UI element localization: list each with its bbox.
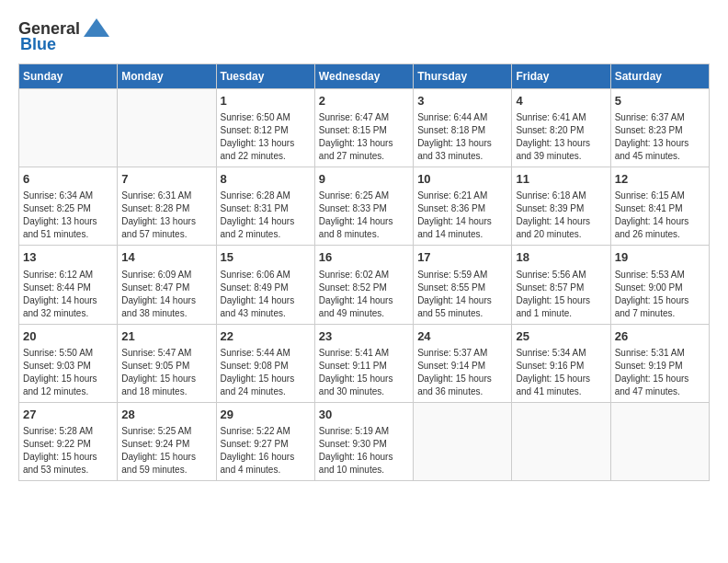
day-number: 9 (319, 171, 409, 188)
day-info: Sunrise: 6:44 AMSunset: 8:18 PMDaylight:… (417, 111, 507, 163)
calendar-day-cell: 25Sunrise: 5:34 AMSunset: 9:16 PMDayligh… (512, 324, 610, 402)
sunset-text: Sunset: 8:55 PM (417, 282, 485, 293)
daylight-text: Daylight: 13 hours and 45 minutes. (615, 138, 689, 161)
day-info: Sunrise: 6:41 AMSunset: 8:20 PMDaylight:… (516, 111, 606, 163)
daylight-text: Daylight: 15 hours and 18 minutes. (121, 373, 196, 396)
sunset-text: Sunset: 8:44 PM (23, 282, 91, 293)
sunrise-text: Sunrise: 5:44 AM (221, 348, 290, 358)
daylight-text: Daylight: 14 hours and 32 minutes. (23, 295, 97, 318)
day-number: 24 (417, 328, 507, 345)
daylight-text: Daylight: 13 hours and 33 minutes. (417, 138, 492, 161)
sunset-text: Sunset: 8:25 PM (23, 203, 91, 213)
day-info: Sunrise: 5:44 AMSunset: 9:08 PMDaylight:… (221, 347, 311, 398)
daylight-text: Daylight: 15 hours and 41 minutes. (516, 373, 590, 396)
sunrise-text: Sunrise: 6:41 AM (516, 112, 586, 122)
day-info: Sunrise: 6:37 AMSunset: 8:23 PMDaylight:… (615, 111, 705, 163)
sunset-text: Sunset: 9:03 PM (23, 361, 91, 371)
day-info: Sunrise: 5:56 AMSunset: 8:57 PMDaylight:… (516, 269, 606, 320)
day-number: 10 (417, 171, 507, 188)
day-number: 21 (121, 328, 211, 345)
day-number: 29 (221, 407, 311, 423)
day-number: 26 (615, 328, 705, 345)
day-number: 18 (516, 249, 606, 266)
calendar-day-cell (610, 402, 709, 480)
day-info: Sunrise: 5:47 AMSunset: 9:05 PMDaylight:… (121, 347, 211, 398)
daylight-text: Daylight: 14 hours and 2 minutes. (221, 216, 295, 239)
day-info: Sunrise: 6:28 AMSunset: 8:31 PMDaylight:… (221, 190, 311, 241)
calendar-day-cell: 17Sunrise: 5:59 AMSunset: 8:55 PMDayligh… (414, 246, 512, 324)
sunset-text: Sunset: 8:12 PM (221, 125, 289, 135)
daylight-text: Daylight: 15 hours and 12 minutes. (23, 373, 97, 396)
calendar-header-row: SundayMondayTuesdayWednesdayThursdayFrid… (19, 64, 710, 89)
calendar-header-friday: Friday (512, 64, 610, 89)
daylight-text: Daylight: 14 hours and 55 minutes. (417, 295, 492, 318)
calendar-day-cell: 13Sunrise: 6:12 AMSunset: 8:44 PMDayligh… (19, 246, 118, 324)
sunrise-text: Sunrise: 5:47 AM (121, 348, 191, 358)
sunset-text: Sunset: 8:57 PM (516, 282, 584, 293)
calendar-week-row: 1Sunrise: 6:50 AMSunset: 8:12 PMDaylight… (19, 89, 710, 167)
sunrise-text: Sunrise: 6:18 AM (516, 190, 586, 201)
daylight-text: Daylight: 13 hours and 22 minutes. (221, 138, 295, 161)
daylight-text: Daylight: 15 hours and 24 minutes. (221, 373, 295, 396)
calendar-day-cell (19, 89, 118, 167)
day-info: Sunrise: 6:12 AMSunset: 8:44 PMDaylight:… (23, 269, 113, 320)
calendar-table: SundayMondayTuesdayWednesdayThursdayFrid… (18, 63, 710, 481)
sunset-text: Sunset: 8:23 PM (615, 125, 683, 135)
sunrise-text: Sunrise: 5:41 AM (319, 348, 389, 358)
sunset-text: Sunset: 8:47 PM (121, 282, 189, 293)
daylight-text: Daylight: 15 hours and 1 minute. (516, 295, 590, 318)
sunrise-text: Sunrise: 5:22 AM (221, 426, 290, 436)
calendar-day-cell: 6Sunrise: 6:34 AMSunset: 8:25 PMDaylight… (19, 167, 118, 246)
day-number: 16 (319, 249, 409, 266)
sunset-text: Sunset: 8:31 PM (221, 203, 289, 213)
day-number: 28 (121, 407, 211, 423)
sunrise-text: Sunrise: 6:15 AM (615, 190, 685, 201)
sunset-text: Sunset: 8:33 PM (319, 203, 387, 213)
day-number: 14 (121, 249, 211, 266)
day-number: 23 (319, 328, 409, 345)
day-number: 4 (516, 93, 606, 109)
daylight-text: Daylight: 14 hours and 38 minutes. (121, 295, 196, 318)
calendar-day-cell: 12Sunrise: 6:15 AMSunset: 8:41 PMDayligh… (610, 167, 709, 246)
calendar-day-cell: 11Sunrise: 6:18 AMSunset: 8:39 PMDayligh… (512, 167, 610, 246)
day-number: 7 (121, 171, 211, 188)
sunrise-text: Sunrise: 5:19 AM (319, 426, 389, 436)
day-info: Sunrise: 5:50 AMSunset: 9:03 PMDaylight:… (23, 347, 113, 398)
daylight-text: Daylight: 15 hours and 7 minutes. (615, 295, 689, 318)
calendar-day-cell: 7Sunrise: 6:31 AMSunset: 8:28 PMDaylight… (118, 167, 216, 246)
day-info: Sunrise: 5:28 AMSunset: 9:22 PMDaylight:… (23, 425, 113, 477)
day-number: 3 (417, 93, 507, 109)
day-number: 13 (23, 249, 113, 266)
daylight-text: Daylight: 14 hours and 43 minutes. (221, 295, 295, 318)
sunset-text: Sunset: 9:19 PM (615, 361, 683, 371)
calendar-day-cell: 5Sunrise: 6:37 AMSunset: 8:23 PMDaylight… (610, 89, 709, 167)
logo-blue: Blue (20, 35, 56, 54)
page-header: General Blue (18, 18, 710, 54)
day-number: 22 (221, 328, 311, 345)
day-number: 15 (221, 249, 311, 266)
sunrise-text: Sunrise: 6:02 AM (319, 270, 389, 280)
day-number: 6 (23, 171, 113, 188)
daylight-text: Daylight: 15 hours and 59 minutes. (121, 452, 196, 475)
calendar-day-cell: 1Sunrise: 6:50 AMSunset: 8:12 PMDaylight… (216, 89, 314, 167)
day-number: 8 (221, 171, 311, 188)
calendar-day-cell: 8Sunrise: 6:28 AMSunset: 8:31 PMDaylight… (216, 167, 314, 246)
calendar-day-cell: 26Sunrise: 5:31 AMSunset: 9:19 PMDayligh… (610, 324, 709, 402)
day-info: Sunrise: 6:50 AMSunset: 8:12 PMDaylight:… (221, 111, 311, 163)
sunset-text: Sunset: 8:28 PM (121, 203, 189, 213)
calendar-day-cell: 24Sunrise: 5:37 AMSunset: 9:14 PMDayligh… (414, 324, 512, 402)
daylight-text: Daylight: 16 hours and 4 minutes. (221, 452, 295, 475)
sunrise-text: Sunrise: 6:47 AM (319, 112, 389, 122)
daylight-text: Daylight: 15 hours and 53 minutes. (23, 452, 97, 475)
calendar-header-tuesday: Tuesday (216, 64, 314, 89)
day-info: Sunrise: 6:21 AMSunset: 8:36 PMDaylight:… (417, 190, 507, 241)
day-info: Sunrise: 5:37 AMSunset: 9:14 PMDaylight:… (417, 347, 507, 398)
calendar-day-cell: 27Sunrise: 5:28 AMSunset: 9:22 PMDayligh… (19, 402, 118, 480)
sunset-text: Sunset: 9:16 PM (516, 361, 584, 371)
sunrise-text: Sunrise: 6:44 AM (417, 112, 487, 122)
sunset-text: Sunset: 9:11 PM (319, 361, 387, 371)
sunset-text: Sunset: 9:05 PM (121, 361, 189, 371)
calendar-day-cell: 16Sunrise: 6:02 AMSunset: 8:52 PMDayligh… (314, 246, 413, 324)
calendar-day-cell: 2Sunrise: 6:47 AMSunset: 8:15 PMDaylight… (314, 89, 413, 167)
day-info: Sunrise: 5:19 AMSunset: 9:30 PMDaylight:… (319, 425, 409, 477)
